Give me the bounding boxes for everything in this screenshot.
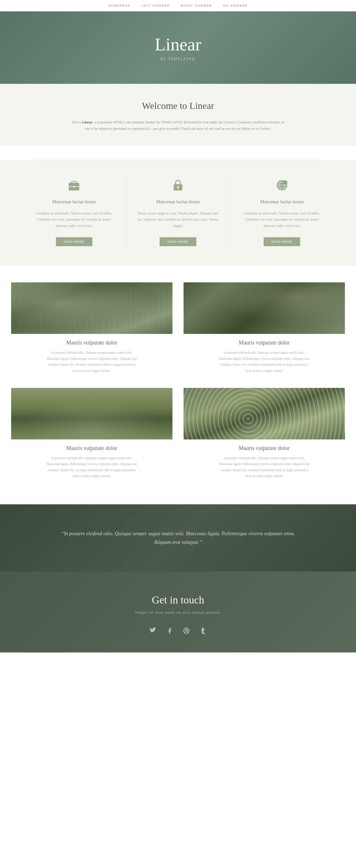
hero-subtitle: By TEMPLATED [161, 57, 195, 61]
brand-name: Linear [82, 120, 93, 124]
welcome-body: This is Linear, a responsive HTML5 site … [70, 119, 286, 132]
briefcase-icon [66, 177, 82, 193]
portfolio-body-3: In posuere eleifend odio. Quisque semper… [44, 455, 139, 479]
lock-icon [170, 177, 186, 193]
nav-left-sidebar[interactable]: LEFT SIDEBAR [142, 4, 170, 7]
features-section: Maecenas luctus lectus Curabitur sit ame… [0, 160, 356, 266]
portfolio-item-4: Mauris vulputate dolor In posuere eleife… [178, 388, 350, 493]
svg-rect-1 [72, 181, 76, 183]
feature-col-3: ✓ Maecenas luctus lectus Curabitur sit a… [230, 177, 334, 246]
portfolio-item-1: Mauris vulputate dolor In posuere eleife… [6, 282, 178, 388]
feature-body-3: Curabitur sit amet nulla. Nam in massa. … [241, 210, 323, 229]
quote-section: “In posuere eleifend odio. Quisque sempe… [0, 504, 356, 571]
portfolio-image-sheep [184, 388, 345, 439]
svg-rect-3 [73, 186, 75, 187]
dribbble-social-icon[interactable] [181, 626, 191, 636]
contact-section: Get in touch Integer sit amet pede vel a… [0, 571, 356, 652]
portfolio-body-4: In posuere eleifend odio. Quisque semper… [217, 455, 312, 479]
nav-no-sidebar[interactable]: NO SIDEBAR [223, 4, 248, 7]
svg-text:✓: ✓ [284, 181, 286, 184]
portfolio-heading-1: Mauris vulputate dolor [11, 339, 172, 346]
facebook-social-icon[interactable] [165, 626, 175, 636]
svg-rect-6 [177, 187, 178, 189]
portfolio-body-2: In posuere eleifend odio. Quisque semper… [217, 350, 312, 374]
read-more-button-2[interactable]: Read More [159, 237, 197, 246]
twitter-link[interactable]: Twitter [260, 126, 270, 131]
portfolio-item-3: Mauris vulputate dolor In posuere eleife… [6, 388, 178, 493]
feature-col-1: Maecenas luctus lectus Curabitur sit ame… [22, 177, 126, 246]
welcome-heading: Welcome to Linear [33, 100, 323, 111]
portfolio-section: Mauris vulputate dolor In posuere eleife… [0, 266, 356, 504]
feature-body-1: Curabitur sit amet nulla. Nam in massa. … [33, 210, 115, 229]
feature-heading-2: Maecenas luctus lectus [137, 199, 219, 205]
site-link[interactable]: our site [225, 126, 236, 131]
contact-subtext: Integer sit amet pede vel arcu aliquot p… [11, 611, 345, 615]
portfolio-image-forest [11, 282, 172, 334]
feature-heading-1: Maecenas luctus lectus [33, 199, 115, 205]
feature-heading-3: Maecenas luctus lectus [241, 199, 323, 205]
hero-title: Linear [155, 34, 201, 55]
portfolio-image-leaves [184, 282, 345, 334]
main-nav: HOMEPAGE LEFT SIDEBAR RIGHT SIDEBAR NO S… [0, 0, 356, 11]
feature-col-2: Maecenas luctus lectus Donec ornare nequ… [126, 177, 230, 246]
portfolio-heading-3: Mauris vulputate dolor [11, 445, 172, 452]
globe-icon: ✓ [274, 177, 290, 193]
nav-right-sidebar[interactable]: RIGHT SIDEBAR [181, 4, 212, 7]
portfolio-heading-4: Mauris vulputate dolor [184, 445, 345, 452]
portfolio-body-1: In posuere eleifend odio. Quisque semper… [44, 350, 139, 374]
read-more-button-1[interactable]: Read More [56, 237, 93, 246]
social-icons-group [11, 626, 345, 636]
twitter-social-icon[interactable] [148, 626, 158, 636]
quote-text: “In posuere eleifend odio. Quisque sempe… [56, 529, 300, 546]
templated-link[interactable]: TEMPLATED [161, 120, 182, 124]
feature-body-2: Donec ornare neque ac sem. Mauris alique… [137, 210, 219, 229]
portfolio-heading-2: Mauris vulputate dolor [184, 339, 345, 346]
read-more-button-3[interactable]: Read More [264, 237, 300, 246]
contact-heading: Get in touch [11, 594, 345, 606]
portfolio-item-2: Mauris vulputate dolor In posuere eleife… [178, 282, 350, 388]
nav-homepage[interactable]: HOMEPAGE [108, 4, 131, 7]
welcome-section: Welcome to Linear This is Linear, a resp… [0, 84, 356, 146]
tumblr-social-icon[interactable] [198, 626, 208, 636]
hero-section: Linear By TEMPLATED [0, 11, 356, 84]
portfolio-image-field [11, 388, 172, 439]
cc-link[interactable]: Creative Commons Attribution [224, 120, 269, 124]
